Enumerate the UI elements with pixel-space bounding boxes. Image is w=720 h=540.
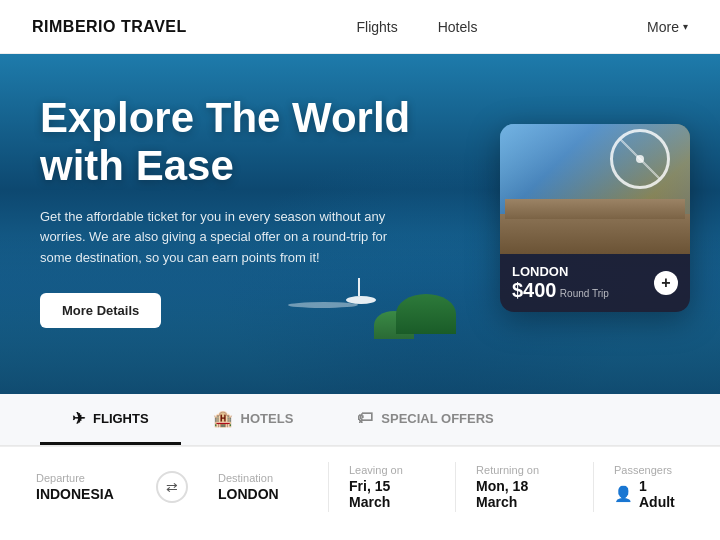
london-eye-icon <box>610 129 670 189</box>
leaving-label: Leaving on <box>349 464 435 476</box>
returning-field[interactable]: Returning on Mon, 18 March <box>456 447 593 526</box>
tab-hotels[interactable]: 🏨 HOTELS <box>181 394 326 445</box>
destination-card-details: LONDON $400 Round Trip <box>512 264 609 302</box>
tab-flights[interactable]: ✈ FLIGHTS <box>40 394 181 445</box>
hero-section: Explore The World with Ease Get the affo… <box>0 54 720 394</box>
departure-field[interactable]: Departure INDONESIA <box>16 447 146 526</box>
hero-title: Explore The World with Ease <box>40 94 520 191</box>
london-building-icon <box>500 214 690 254</box>
leaving-value: Fri, 15 March <box>349 478 435 510</box>
destination-value: LONDON <box>218 486 308 502</box>
passenger-icon: 👤 <box>614 485 633 503</box>
swap-button-container: ⇄ <box>146 447 198 526</box>
tab-special-offers[interactable]: 🏷 SPECIAL OFFERS <box>325 394 525 445</box>
destination-card-info: LONDON $400 Round Trip + <box>500 254 690 312</box>
trip-type: Round Trip <box>560 288 609 299</box>
special-offers-icon: 🏷 <box>357 409 373 427</box>
nav-more[interactable]: More ▾ <box>647 19 688 35</box>
destination-price: $400 Round Trip <box>512 279 609 302</box>
hero-cta-button[interactable]: More Details <box>40 293 161 328</box>
returning-value: Mon, 18 March <box>476 478 573 510</box>
passengers-label: Passengers <box>614 464 684 476</box>
passengers-field[interactable]: Passengers 👤 1 Adult <box>594 447 704 526</box>
swap-button[interactable]: ⇄ <box>156 471 188 503</box>
passengers-value: 1 Adult <box>639 478 684 510</box>
hotels-icon: 🏨 <box>213 409 233 428</box>
destination-add-button[interactable]: + <box>654 271 678 295</box>
nav-flights[interactable]: Flights <box>356 19 397 35</box>
passengers-value-container: 👤 1 Adult <box>614 478 684 510</box>
destination-city: LONDON <box>512 264 609 279</box>
leaving-field[interactable]: Leaving on Fri, 15 March <box>329 447 455 526</box>
departure-value: INDONESIA <box>36 486 126 502</box>
search-tabs: ✈ FLIGHTS 🏨 HOTELS 🏷 SPECIAL OFFERS <box>0 394 720 446</box>
tab-special-label: SPECIAL OFFERS <box>381 411 493 426</box>
destination-card-image <box>500 124 690 254</box>
brand-logo: RIMBERIO TRAVEL <box>32 18 187 36</box>
nav-links: Flights Hotels <box>356 19 477 35</box>
tab-flights-label: FLIGHTS <box>93 411 149 426</box>
navigation: RIMBERIO TRAVEL Flights Hotels More ▾ <box>0 0 720 54</box>
returning-label: Returning on <box>476 464 573 476</box>
nav-hotels[interactable]: Hotels <box>438 19 478 35</box>
destination-field[interactable]: Destination LONDON <box>198 447 328 526</box>
destination-label: Destination <box>218 472 308 484</box>
tab-hotels-label: HOTELS <box>241 411 294 426</box>
search-bar: Departure INDONESIA ⇄ Destination LONDON… <box>0 446 720 526</box>
chevron-down-icon: ▾ <box>683 21 688 32</box>
destination-card: LONDON $400 Round Trip + <box>500 124 690 312</box>
hero-subtitle: Get the affordable ticket for you in eve… <box>40 207 420 269</box>
departure-label: Departure <box>36 472 126 484</box>
flights-icon: ✈ <box>72 409 85 428</box>
nav-more-label: More <box>647 19 679 35</box>
